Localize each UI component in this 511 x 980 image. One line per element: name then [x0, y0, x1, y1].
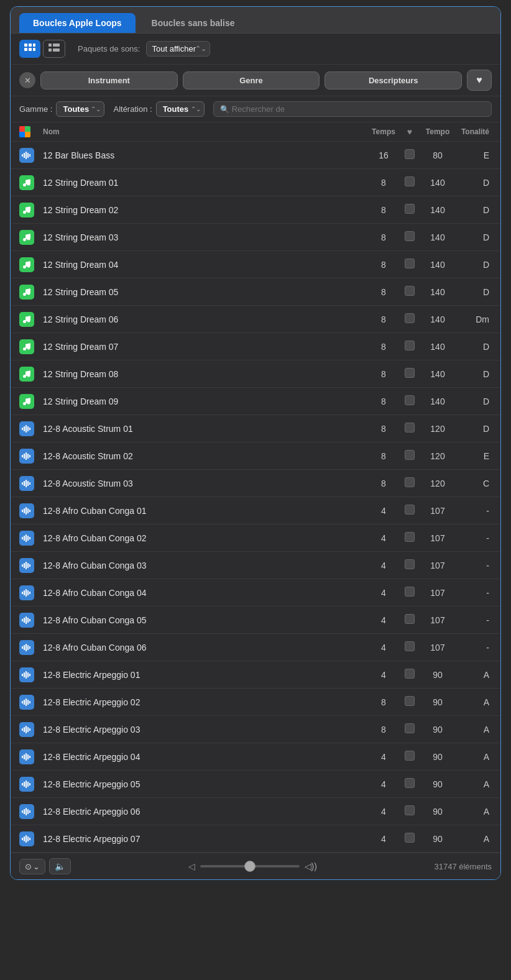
genre-filter-button[interactable]: Genre	[183, 71, 320, 89]
row-fav[interactable]	[400, 532, 420, 544]
table-row[interactable]: 12-8 Electric Arpeggio 03 8 90 A	[11, 716, 500, 743]
row-fav[interactable]	[400, 477, 420, 489]
descripteurs-filter-button[interactable]: Descripteurs	[325, 71, 462, 89]
row-fav[interactable]	[400, 778, 420, 790]
row-fav[interactable]	[400, 259, 420, 270]
table-row[interactable]: 12-8 Electric Arpeggio 07 4 90 A	[11, 825, 500, 853]
row-fav[interactable]	[400, 587, 420, 598]
table-row[interactable]: 12-8 Afro Cuban Conga 05 4 107 -	[11, 607, 500, 634]
svg-rect-91	[24, 590, 25, 595]
row-fav[interactable]	[400, 505, 420, 516]
filter-clear-button[interactable]: ✕	[19, 72, 35, 88]
row-fav[interactable]	[400, 450, 420, 462]
table-row[interactable]: 12-8 Electric Arpeggio 01 4 90 A	[11, 661, 500, 689]
volume-slider[interactable]	[200, 865, 300, 868]
favorite-checkbox[interactable]	[405, 641, 415, 651]
favorites-filter-button[interactable]: ♥	[467, 70, 492, 91]
svg-rect-71	[24, 481, 25, 486]
favorite-checkbox[interactable]	[405, 587, 415, 597]
row-fav[interactable]	[400, 286, 420, 298]
favorite-checkbox[interactable]	[405, 614, 415, 624]
favorite-checkbox[interactable]	[405, 532, 415, 542]
row-fav[interactable]	[400, 395, 420, 407]
monitor-button[interactable]: 🔈	[49, 858, 71, 874]
table-row[interactable]: 12 Bar Blues Bass 16 80 E	[11, 142, 500, 169]
loop-mode-button[interactable]: ⊙ ⌄	[19, 859, 45, 874]
row-fav[interactable]	[400, 696, 420, 708]
favorite-checkbox[interactable]	[405, 286, 415, 296]
table-row[interactable]: 12 String Dream 01 8 140 D	[11, 169, 500, 196]
row-fav[interactable]	[400, 669, 420, 680]
favorite-checkbox[interactable]	[405, 477, 415, 487]
table-row[interactable]: 12 String Dream 05 8 140 D	[11, 278, 500, 306]
favorite-checkbox[interactable]	[405, 341, 415, 350]
tab-no-tag[interactable]: Boucles sans balise	[138, 13, 249, 33]
table-row[interactable]: 12 String Dream 08 8 140 D	[11, 360, 500, 388]
row-fav[interactable]	[400, 805, 420, 817]
favorite-checkbox[interactable]	[405, 833, 415, 843]
favorite-checkbox[interactable]	[405, 259, 415, 268]
row-fav[interactable]	[400, 723, 420, 735]
alteration-select[interactable]: Toutes	[156, 101, 205, 117]
favorite-checkbox[interactable]	[405, 669, 415, 679]
row-fav[interactable]	[400, 149, 420, 161]
favorite-checkbox[interactable]	[405, 723, 415, 733]
favorite-checkbox[interactable]	[405, 204, 415, 214]
favorite-checkbox[interactable]	[405, 395, 415, 405]
instrument-filter-button[interactable]: Instrument	[40, 71, 178, 89]
favorite-checkbox[interactable]	[405, 450, 415, 460]
table-row[interactable]: 12-8 Afro Cuban Conga 04 4 107 -	[11, 579, 500, 607]
row-fav[interactable]	[400, 641, 420, 653]
table-row[interactable]: 12-8 Afro Cuban Conga 02 4 107 -	[11, 524, 500, 552]
favorite-checkbox[interactable]	[405, 778, 415, 788]
favorite-checkbox[interactable]	[405, 423, 415, 433]
row-tonal: D	[456, 369, 492, 379]
row-fav[interactable]	[400, 176, 420, 188]
table-row[interactable]: 12 String Dream 02 8 140 D	[11, 196, 500, 224]
table-row[interactable]: 12-8 Electric Arpeggio 04 4 90 A	[11, 743, 500, 771]
row-fav[interactable]	[400, 559, 420, 571]
table-row[interactable]: 12 String Dream 07 8 140 D	[11, 333, 500, 360]
table-row[interactable]: 12 String Dream 06 8 140 Dm	[11, 306, 500, 333]
row-fav[interactable]	[400, 231, 420, 243]
table-row[interactable]: 12-8 Afro Cuban Conga 03 4 107 -	[11, 552, 500, 579]
favorite-checkbox[interactable]	[405, 696, 415, 706]
favorite-checkbox[interactable]	[405, 368, 415, 378]
row-fav[interactable]	[400, 313, 420, 325]
table-row[interactable]: 12-8 Afro Cuban Conga 06 4 107 -	[11, 634, 500, 661]
table-row[interactable]: 12 String Dream 04 8 140 D	[11, 251, 500, 278]
paquets-select[interactable]: Tout afficher	[146, 41, 210, 57]
gamme-select[interactable]: Toutes	[56, 101, 104, 117]
row-fav[interactable]	[400, 423, 420, 434]
table-row[interactable]: 12-8 Afro Cuban Conga 01 4 107 -	[11, 497, 500, 524]
list-view-button[interactable]	[43, 40, 65, 58]
table-row[interactable]: 12-8 Electric Arpeggio 05 4 90 A	[11, 771, 500, 798]
row-fav[interactable]	[400, 833, 420, 845]
search-input[interactable]	[232, 104, 485, 114]
row-fav[interactable]	[400, 204, 420, 216]
row-icon-cell	[19, 230, 43, 245]
table-row[interactable]: 12 String Dream 03 8 140 D	[11, 224, 500, 251]
row-tempo: 140	[420, 342, 456, 352]
favorite-checkbox[interactable]	[405, 559, 415, 569]
table-row[interactable]: 12-8 Acoustic Strum 03 8 120 C	[11, 470, 500, 497]
grid-view-button[interactable]	[19, 40, 40, 58]
favorite-checkbox[interactable]	[405, 505, 415, 515]
row-fav[interactable]	[400, 341, 420, 352]
row-fav[interactable]	[400, 751, 420, 762]
row-fav[interactable]	[400, 368, 420, 380]
favorite-checkbox[interactable]	[405, 149, 415, 159]
favorite-checkbox[interactable]	[405, 751, 415, 761]
table-row[interactable]: 12-8 Acoustic Strum 01 8 120 D	[11, 415, 500, 442]
favorite-checkbox[interactable]	[405, 176, 415, 186]
favorite-checkbox[interactable]	[405, 805, 415, 815]
table-row[interactable]: 12-8 Electric Arpeggio 02 8 90 A	[11, 689, 500, 716]
row-fav[interactable]	[400, 614, 420, 626]
row-temps: 8	[367, 697, 400, 707]
tab-apple-loops[interactable]: Boucles Apple Loops	[19, 13, 136, 33]
table-row[interactable]: 12-8 Electric Arpeggio 06 4 90 A	[11, 798, 500, 825]
favorite-checkbox[interactable]	[405, 231, 415, 241]
table-row[interactable]: 12-8 Acoustic Strum 02 8 120 E	[11, 442, 500, 470]
favorite-checkbox[interactable]	[405, 313, 415, 323]
table-row[interactable]: 12 String Dream 09 8 140 D	[11, 388, 500, 415]
